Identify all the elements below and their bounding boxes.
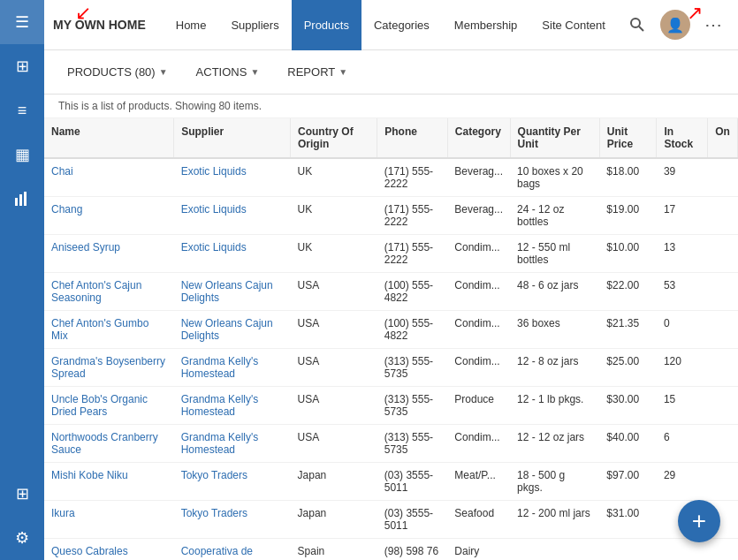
cell-4-8 bbox=[708, 311, 738, 349]
chart-icon[interactable] bbox=[0, 177, 44, 221]
products-count-button[interactable]: PRODUCTS (80) ▼ bbox=[58, 60, 177, 84]
cell-2-3: (171) 555-2222 bbox=[377, 235, 448, 273]
cell-3-7: 53 bbox=[657, 273, 708, 311]
cell-5-0[interactable]: Grandma's Boysenberry Spread bbox=[44, 349, 174, 387]
cell-2-1[interactable]: Exotic Liquids bbox=[174, 235, 291, 273]
table-row: IkuraTokyo TradersJapan(03) 3555-5011Sea… bbox=[44, 501, 738, 539]
col-in-stock[interactable]: In Stock bbox=[657, 118, 708, 158]
nav-right: 👤 ⋯ bbox=[621, 9, 729, 41]
cell-9-6: $31.00 bbox=[599, 501, 657, 539]
col-supplier[interactable]: Supplier bbox=[174, 118, 291, 158]
nav-suppliers[interactable]: Suppliers bbox=[218, 0, 291, 50]
cell-6-4: Produce bbox=[447, 387, 510, 425]
cell-5-7: 120 bbox=[657, 349, 708, 387]
cell-6-0[interactable]: Uncle Bob's Organic Dried Pears bbox=[44, 387, 174, 425]
cell-10-3: (98) 598 76 bbox=[377, 539, 448, 561]
cell-4-1[interactable]: New Orleans Cajun Delights bbox=[174, 311, 291, 349]
col-quantity[interactable]: Quantity Per Unit bbox=[510, 118, 599, 158]
cell-4-6: $21.35 bbox=[599, 311, 657, 349]
col-category[interactable]: Category bbox=[447, 118, 510, 158]
nav-products[interactable]: Products bbox=[292, 0, 361, 50]
cell-7-1[interactable]: Grandma Kelly's Homestead bbox=[174, 425, 291, 463]
svg-point-3 bbox=[631, 19, 640, 27]
cell-6-6: $30.00 bbox=[599, 387, 657, 425]
nav-home[interactable]: Home bbox=[164, 0, 219, 50]
cell-0-2: UK bbox=[291, 158, 377, 197]
report-button[interactable]: REPORT ▼ bbox=[278, 60, 356, 84]
toolbar: PRODUCTS (80) ▼ ACTIONS ▼ REPORT ▼ bbox=[44, 50, 738, 95]
cell-6-8 bbox=[708, 387, 738, 425]
cell-2-0[interactable]: Aniseed Syrup bbox=[44, 235, 174, 273]
col-country[interactable]: Country Of Origin bbox=[291, 118, 377, 158]
cell-7-5: 12 - 12 oz jars bbox=[510, 425, 599, 463]
cell-5-6: $25.00 bbox=[599, 349, 657, 387]
cell-10-8 bbox=[708, 539, 738, 561]
cell-0-4: Beverag... bbox=[447, 158, 510, 197]
cell-10-6 bbox=[599, 539, 657, 561]
cell-1-0[interactable]: Chang bbox=[44, 197, 174, 235]
cell-2-6: $10.00 bbox=[599, 235, 657, 273]
cell-5-3: (313) 555-5735 bbox=[377, 349, 448, 387]
cell-1-7: 17 bbox=[657, 197, 708, 235]
more-menu-button[interactable]: ⋯ bbox=[697, 9, 729, 41]
cell-0-1[interactable]: Exotic Liquids bbox=[174, 158, 291, 197]
cell-10-1[interactable]: Cooperativa de bbox=[174, 539, 291, 561]
cell-2-5: 12 - 550 ml bottles bbox=[510, 235, 599, 273]
cell-3-1[interactable]: New Orleans Cajun Delights bbox=[174, 273, 291, 311]
cell-3-2: USA bbox=[291, 273, 377, 311]
cell-3-0[interactable]: Chef Anton's Cajun Seasoning bbox=[44, 273, 174, 311]
cell-1-1[interactable]: Exotic Liquids bbox=[174, 197, 291, 235]
cell-8-4: Meat/P... bbox=[447, 463, 510, 501]
cell-7-4: Condim... bbox=[447, 425, 510, 463]
search-button[interactable] bbox=[621, 9, 653, 41]
fab-button[interactable]: + bbox=[678, 500, 720, 542]
avatar[interactable]: 👤 bbox=[660, 10, 690, 40]
table-row: ChangExotic LiquidsUK(171) 555-2222Bever… bbox=[44, 197, 738, 235]
svg-rect-2 bbox=[24, 192, 27, 206]
col-phone[interactable]: Phone bbox=[377, 118, 448, 158]
actions-button[interactable]: ACTIONS ▼ bbox=[187, 60, 269, 84]
grid-icon[interactable]: ⊞ bbox=[0, 44, 44, 88]
cell-9-2: Japan bbox=[291, 501, 377, 539]
col-unit-price[interactable]: Unit Price bbox=[599, 118, 657, 158]
info-bar: This is a list of products. Showing 80 i… bbox=[44, 95, 738, 118]
cell-1-3: (171) 555-2222 bbox=[377, 197, 448, 235]
cell-7-0[interactable]: Northwoods Cranberry Sauce bbox=[44, 425, 174, 463]
products-arrow: ▼ bbox=[159, 67, 168, 77]
cell-8-2: Japan bbox=[291, 463, 377, 501]
cell-8-6: $97.00 bbox=[599, 463, 657, 501]
cell-7-6: $40.00 bbox=[599, 425, 657, 463]
col-on[interactable]: On bbox=[708, 118, 738, 158]
cell-9-1[interactable]: Tokyo Traders bbox=[174, 501, 291, 539]
svg-line-4 bbox=[639, 26, 643, 31]
cell-9-0[interactable]: Ikura bbox=[44, 501, 174, 539]
settings-icon[interactable]: ⚙ bbox=[0, 516, 44, 560]
cell-4-5: 36 boxes bbox=[510, 311, 599, 349]
cell-0-7: 39 bbox=[657, 158, 708, 197]
cell-10-4: Dairy bbox=[447, 539, 510, 561]
col-name[interactable]: Name bbox=[44, 118, 174, 158]
cell-8-1[interactable]: Tokyo Traders bbox=[174, 463, 291, 501]
cell-5-1[interactable]: Grandma Kelly's Homestead bbox=[174, 349, 291, 387]
list-icon[interactable]: ≡ bbox=[0, 88, 44, 132]
cell-7-8 bbox=[708, 425, 738, 463]
table-container: Name Supplier Country Of Origin Phone Ca… bbox=[44, 118, 738, 560]
tiles-icon[interactable]: ▦ bbox=[0, 132, 44, 177]
cell-8-5: 18 - 500 g pkgs. bbox=[510, 463, 599, 501]
cell-4-0[interactable]: Chef Anton's Gumbo Mix bbox=[44, 311, 174, 349]
cell-0-0[interactable]: Chai bbox=[44, 158, 174, 197]
cell-6-1[interactable]: Grandma Kelly's Homestead bbox=[174, 387, 291, 425]
actions-arrow: ▼ bbox=[250, 67, 259, 77]
nav-categories[interactable]: Categories bbox=[361, 0, 442, 50]
cell-8-0[interactable]: Mishi Kobe Niku bbox=[44, 463, 174, 501]
cell-2-8 bbox=[708, 235, 738, 273]
cell-3-3: (100) 555-4822 bbox=[377, 273, 448, 311]
grid-bottom-icon[interactable]: ⊞ bbox=[0, 472, 44, 516]
nav-membership[interactable]: Membership bbox=[442, 0, 530, 50]
table-row: ChaiExotic LiquidsUK(171) 555-2222Bevera… bbox=[44, 158, 738, 197]
cell-8-8 bbox=[708, 463, 738, 501]
nav-site-content[interactable]: Site Content bbox=[529, 0, 618, 50]
brand-name: MY OWN HOME bbox=[53, 18, 146, 32]
cell-10-0[interactable]: Queso Cabrales bbox=[44, 539, 174, 561]
hamburger-icon[interactable]: ☰ bbox=[0, 0, 44, 44]
